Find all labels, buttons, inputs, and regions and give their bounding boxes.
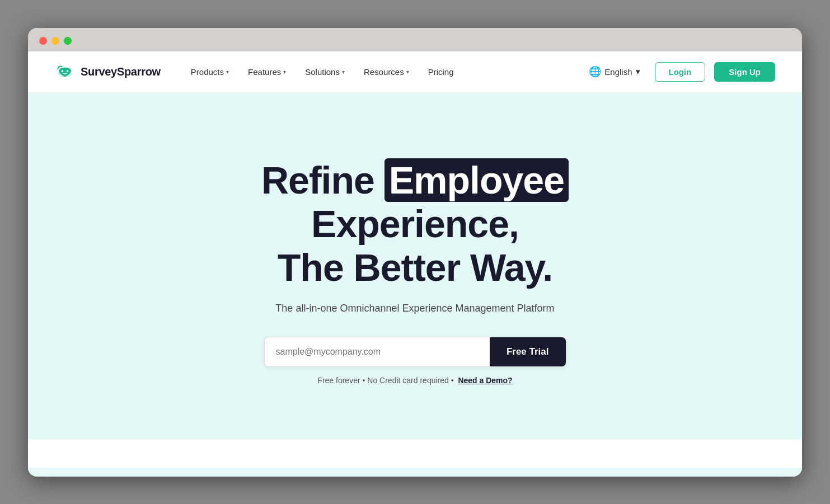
signup-button[interactable]: Sign Up	[714, 62, 775, 82]
nav-item-features[interactable]: Features ▾	[240, 63, 294, 81]
fine-print-text: Free forever • No Credit card required •	[317, 376, 453, 385]
traffic-light-red[interactable]	[39, 37, 47, 45]
nav-item-resources[interactable]: Resources ▾	[356, 63, 417, 81]
chevron-icon-resources: ▾	[406, 69, 409, 75]
nav-label-products: Products	[191, 67, 224, 77]
hero-title-prefix: Refine	[261, 159, 384, 201]
logo-icon	[55, 62, 75, 82]
logo-text: SurveySparrow	[81, 65, 161, 78]
bottom-bar	[28, 440, 802, 468]
hero-section: Refine Employee Experience, The Better W…	[28, 93, 802, 440]
globe-icon: 🌐	[589, 65, 601, 78]
nav-item-solutions[interactable]: Solutions ▾	[297, 63, 353, 81]
nav-label-pricing: Pricing	[428, 67, 454, 77]
svg-point-1	[62, 70, 64, 72]
email-input[interactable]	[265, 338, 490, 366]
browser-window: SurveySparrow Products ▾ Features ▾ Solu…	[28, 28, 802, 477]
chevron-icon-solutions: ▾	[342, 69, 345, 75]
svg-point-2	[67, 70, 69, 72]
language-selector[interactable]: 🌐 English ▾	[583, 62, 645, 81]
nav-right: 🌐 English ▾ Login Sign Up	[583, 62, 775, 82]
nav-item-products[interactable]: Products ▾	[183, 63, 237, 81]
language-label: English	[604, 67, 632, 77]
browser-chrome	[28, 28, 802, 51]
traffic-light-green[interactable]	[64, 37, 72, 45]
logo[interactable]: SurveySparrow	[55, 62, 161, 82]
nav-links: Products ▾ Features ▾ Solutions ▾ Resour…	[183, 63, 583, 81]
need-demo-link[interactable]: Need a Demo?	[458, 376, 512, 385]
lang-chevron-icon: ▾	[636, 67, 640, 77]
nav-label-resources: Resources	[364, 67, 404, 77]
chevron-icon-features: ▾	[283, 69, 286, 75]
chevron-icon-products: ▾	[226, 69, 229, 75]
traffic-light-yellow[interactable]	[51, 37, 59, 45]
browser-content: SurveySparrow Products ▾ Features ▾ Solu…	[28, 51, 802, 477]
navbar: SurveySparrow Products ▾ Features ▾ Solu…	[28, 51, 802, 93]
hero-title-highlight: Employee	[384, 158, 569, 202]
hero-title-line2: The Better Way.	[278, 246, 552, 289]
email-form: Free Trial	[264, 337, 566, 367]
nav-label-features: Features	[248, 67, 281, 77]
free-trial-button[interactable]: Free Trial	[490, 337, 566, 366]
nav-label-solutions: Solutions	[305, 67, 340, 77]
hero-title: Refine Employee Experience, The Better W…	[163, 158, 667, 290]
hero-subtitle: The all-in-one Omnichannel Experience Ma…	[275, 303, 554, 314]
nav-item-pricing[interactable]: Pricing	[420, 63, 462, 81]
login-button[interactable]: Login	[655, 62, 706, 82]
hero-title-suffix: Experience,	[311, 202, 519, 245]
hero-fine-print: Free forever • No Credit card required •…	[317, 376, 512, 385]
